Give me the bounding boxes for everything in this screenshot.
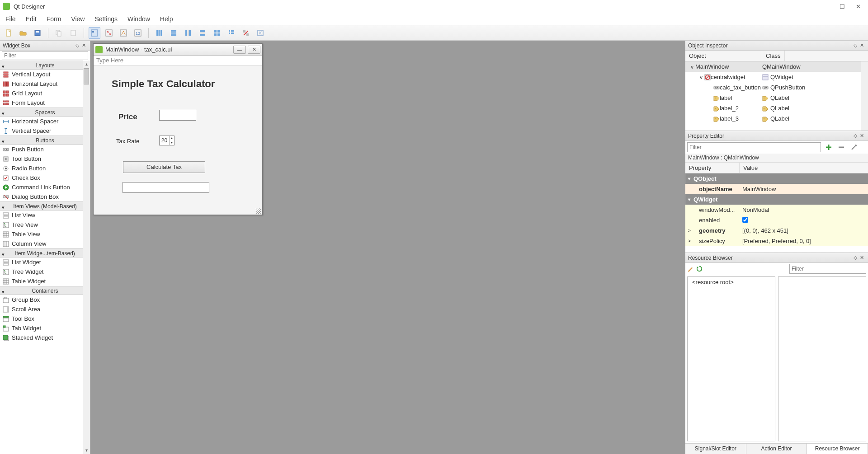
oi-row[interactable]: vcentralwidgetQWidget bbox=[685, 72, 868, 82]
wb-item[interactable]: Tree View bbox=[0, 220, 90, 229]
object-inspector-tree[interactable]: vMainWindowQMainWindowvcentralwidgetQWid… bbox=[685, 61, 868, 131]
tb-edit-buddies[interactable] bbox=[118, 27, 129, 39]
settings-icon[interactable] bbox=[849, 142, 859, 152]
tb-paste[interactable] bbox=[67, 27, 79, 39]
oi-row[interactable]: OKcalc_tax_buttonOKQPushButton bbox=[685, 82, 868, 93]
tb-edit-signals[interactable] bbox=[103, 27, 115, 39]
close-panel-icon[interactable]: ✕ bbox=[859, 133, 865, 139]
tab-resource-browser[interactable]: Resource Browser bbox=[807, 444, 868, 454]
menu-form[interactable]: Form bbox=[45, 14, 63, 23]
wb-item[interactable]: Horizontal Spacer bbox=[0, 117, 90, 126]
edit-resources-icon[interactable] bbox=[687, 266, 693, 272]
spin-down-icon[interactable]: ▼ bbox=[170, 140, 174, 145]
widget-box-filter-input[interactable] bbox=[2, 51, 88, 60]
float-icon[interactable]: ◇ bbox=[852, 133, 859, 139]
tb-layout-vsplit[interactable] bbox=[197, 27, 208, 39]
pe-col-value[interactable]: Value bbox=[740, 163, 761, 173]
property-filter-input[interactable] bbox=[687, 142, 821, 152]
pe-property[interactable]: windowMod...NonModal bbox=[685, 205, 868, 215]
calculate-button[interactable]: Calculate Tax bbox=[123, 161, 205, 173]
resource-tree[interactable]: <resource root> bbox=[687, 276, 775, 441]
menu-settings[interactable]: Settings bbox=[93, 14, 119, 23]
form-heading[interactable]: Simple Tax Calculator bbox=[112, 78, 215, 90]
wb-item[interactable]: Table View bbox=[0, 229, 90, 239]
tb-layout-hsplit[interactable] bbox=[182, 27, 194, 39]
wb-item[interactable]: Scroll Area bbox=[0, 304, 90, 314]
wb-item[interactable]: Tree Widget bbox=[0, 267, 90, 276]
wb-item[interactable]: List View bbox=[0, 211, 90, 220]
oi-col-class[interactable]: Class bbox=[762, 51, 785, 61]
form-menubar[interactable]: Type Here bbox=[94, 56, 262, 66]
wb-category[interactable]: ▾Buttons bbox=[0, 136, 90, 145]
maximize-icon[interactable]: ☐ bbox=[840, 3, 845, 10]
form-minimize-icon[interactable]: — bbox=[233, 46, 246, 54]
tab-action-editor[interactable]: Action Editor bbox=[746, 444, 807, 454]
wb-item[interactable]: Check Box bbox=[0, 173, 90, 183]
pe-col-property[interactable]: Property bbox=[685, 163, 740, 173]
wb-item[interactable]: Grid Layout bbox=[0, 89, 90, 98]
form-body[interactable]: Simple Tax Calculator Price Tax Rate 20 … bbox=[94, 66, 262, 215]
menu-edit[interactable]: Edit bbox=[24, 14, 38, 23]
wb-category[interactable]: ▾Spacers bbox=[0, 108, 90, 117]
property-editor-list[interactable]: ▾QObjectobjectNameMainWindow▾QWidgetwind… bbox=[685, 173, 868, 253]
float-icon[interactable]: ◇ bbox=[852, 42, 859, 48]
scroll-down-icon[interactable]: ▾ bbox=[83, 447, 90, 454]
minimize-icon[interactable]: — bbox=[823, 3, 829, 10]
wb-item[interactable]: Form Layout bbox=[0, 98, 90, 108]
pe-property[interactable]: enabled bbox=[685, 215, 868, 225]
result-output[interactable] bbox=[123, 182, 209, 193]
pe-property[interactable]: >geometry[(0, 0), 462 x 451] bbox=[685, 225, 868, 236]
pe-group[interactable]: ▾QObject bbox=[685, 173, 868, 184]
spin-up-icon[interactable]: ▲ bbox=[170, 136, 174, 140]
tb-copy[interactable] bbox=[53, 27, 65, 39]
wb-item[interactable]: OKPush Button bbox=[0, 145, 90, 154]
scroll-thumb[interactable] bbox=[84, 68, 89, 84]
wb-item[interactable]: Group Box bbox=[0, 295, 90, 304]
wb-item[interactable]: Command Link Button bbox=[0, 183, 90, 192]
tb-layout-form[interactable] bbox=[226, 27, 237, 39]
tab-signal-slot[interactable]: Signal/Slot Editor bbox=[685, 444, 746, 454]
menu-help[interactable]: Help bbox=[158, 14, 175, 23]
close-panel-icon[interactable]: ✕ bbox=[80, 42, 87, 48]
pe-property[interactable]: objectNameMainWindow bbox=[685, 184, 868, 194]
menu-view[interactable]: View bbox=[69, 14, 86, 23]
rate-label[interactable]: Tax Rate bbox=[116, 138, 139, 145]
enabled-checkbox[interactable] bbox=[742, 217, 748, 223]
wb-item[interactable]: Dialog Button Box bbox=[0, 192, 90, 201]
wb-item[interactable]: Tool Button bbox=[0, 154, 90, 164]
tb-break-layout[interactable] bbox=[240, 27, 252, 39]
wb-item[interactable]: Column View bbox=[0, 239, 90, 248]
wb-item[interactable]: Vertical Spacer bbox=[0, 126, 90, 136]
oi-row[interactable]: label_3QLabel bbox=[685, 113, 868, 124]
float-icon[interactable]: ◇ bbox=[74, 42, 80, 48]
tb-edit-widgets[interactable] bbox=[89, 27, 100, 39]
resource-preview[interactable] bbox=[778, 276, 866, 441]
tb-new[interactable] bbox=[3, 27, 14, 39]
close-panel-icon[interactable]: ✕ bbox=[859, 42, 865, 48]
resize-grip-icon[interactable] bbox=[256, 208, 261, 214]
wb-item[interactable]: Vertical Layout bbox=[0, 70, 90, 79]
price-label[interactable]: Price bbox=[118, 112, 137, 122]
wb-item[interactable]: List Widget bbox=[0, 257, 90, 267]
scroll-up-icon[interactable]: ▴ bbox=[83, 61, 90, 68]
wb-category[interactable]: ▾Item Views (Model-Based) bbox=[0, 201, 90, 211]
widget-box-list[interactable]: ▾LayoutsVertical LayoutHorizontal Layout… bbox=[0, 61, 90, 454]
widget-box-scrollbar[interactable]: ▴ ▾ bbox=[83, 61, 90, 454]
wb-item[interactable]: Radio Button bbox=[0, 164, 90, 173]
oi-col-object[interactable]: Object bbox=[685, 51, 762, 61]
tb-edit-tabs[interactable]: 12 bbox=[132, 27, 144, 39]
close-icon[interactable]: ✕ bbox=[856, 3, 861, 10]
wb-item[interactable]: Stacked Widget bbox=[0, 333, 90, 342]
oi-row[interactable]: label_2QLabel bbox=[685, 103, 868, 113]
wb-item[interactable]: Tool Box bbox=[0, 314, 90, 323]
tb-layout-v[interactable] bbox=[168, 27, 179, 39]
form-window[interactable]: MainWindow - tax_calc.ui — ✕ Type Here S… bbox=[93, 43, 263, 215]
tb-adjust-size[interactable] bbox=[255, 27, 266, 39]
oi-row[interactable]: vMainWindowQMainWindow bbox=[685, 61, 868, 72]
tb-open[interactable] bbox=[17, 27, 29, 39]
resource-filter-input[interactable] bbox=[789, 264, 866, 274]
price-input[interactable] bbox=[159, 110, 196, 121]
wb-category[interactable]: ▾Item Widge...tem-Based) bbox=[0, 248, 90, 257]
wb-category[interactable]: ▾Layouts bbox=[0, 61, 90, 70]
tb-layout-h[interactable] bbox=[153, 27, 165, 39]
